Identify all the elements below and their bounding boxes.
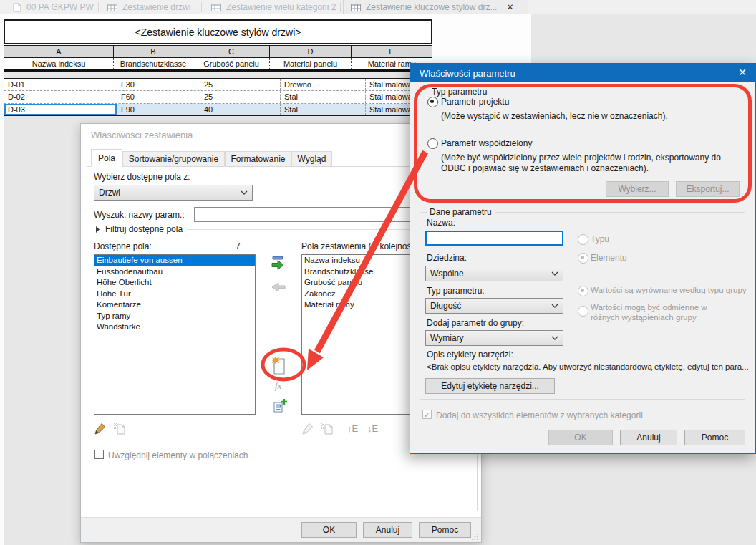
project-parameter-radio[interactable]: [427, 97, 438, 107]
schedule-icon: [211, 4, 221, 11]
cancel-button[interactable]: Anuluj: [620, 430, 677, 445]
ok-button[interactable]: OK: [301, 522, 357, 538]
category-dropdown-value: Drzwi: [99, 188, 120, 198]
chevron-down-icon: [241, 190, 248, 195]
expander-arrow-icon[interactable]: [95, 226, 100, 233]
table-cell[interactable]: 25: [200, 91, 281, 102]
table-cell[interactable]: Stal: [281, 91, 366, 102]
column-letter[interactable]: C: [193, 46, 270, 57]
discipline-label: Dziedzina:: [427, 253, 467, 263]
project-parameter-radio-label[interactable]: Parametr projektu: [441, 97, 509, 107]
values-vary-radio: [578, 306, 588, 317]
edit-field-icon[interactable]: [94, 423, 107, 435]
list-item-selected[interactable]: Einbautiefe von aussen: [94, 255, 255, 266]
filter-fields-expander[interactable]: Filtruj dostępne pola: [105, 224, 183, 234]
tab-pola[interactable]: Pola: [91, 149, 122, 167]
view-tab-schedule-doors[interactable]: Zestawienie drzwi: [100, 0, 199, 14]
tab-separator: [340, 2, 341, 12]
schedule-title-cell[interactable]: <Zestawienie kluczowe stylów drzwi>: [4, 19, 432, 44]
available-fields-label: Dostępne pola:: [94, 241, 152, 251]
column-letter[interactable]: B: [114, 46, 193, 57]
add-to-all-checkbox: ✓: [422, 410, 432, 419]
list-item[interactable]: Fussbodenaufbau: [94, 266, 255, 278]
export-shared-button[interactable]: Eksportuj...: [676, 181, 740, 197]
remove-field-icon: [271, 282, 286, 292]
view-tab-label: Zestawienie kluczowe stylów drz...: [366, 2, 497, 12]
table-cell[interactable]: F30: [117, 79, 200, 90]
project-parameter-description: (Może wystąpić w zestawieniach, lecz nie…: [441, 111, 668, 121]
close-icon[interactable]: ✕: [738, 67, 747, 78]
tab-separator: [98, 2, 99, 12]
table-cell[interactable]: Drewno: [281, 79, 366, 90]
resize-grip[interactable]: [472, 533, 479, 540]
table-cell[interactable]: 25: [200, 79, 281, 90]
schedule-icon: [351, 4, 361, 11]
add-field-icon[interactable]: [270, 256, 286, 270]
include-linked-checkbox-label[interactable]: Uwzględnij elementy w połączeniach: [108, 450, 248, 460]
list-item[interactable]: Wandstärke: [94, 322, 255, 333]
ok-button[interactable]: OK: [548, 430, 613, 445]
combine-parameters-icon[interactable]: [272, 398, 288, 414]
table-cell[interactable]: D-02: [4, 91, 117, 102]
view-tab-label: Zestawienie drzwi: [122, 2, 190, 12]
delete-scheduled-field-icon: [321, 423, 334, 435]
column-header[interactable]: Nazwa indeksu: [4, 58, 114, 69]
help-button[interactable]: Pomoc: [684, 430, 745, 445]
column-letter[interactable]: E: [352, 46, 432, 57]
table-cell[interactable]: F60: [117, 91, 200, 102]
discipline-dropdown-value: Wspólne: [430, 269, 464, 279]
category-dropdown[interactable]: Drzwi: [94, 185, 253, 201]
select-fields-label: Wybierz dostępne pola z:: [94, 172, 190, 182]
list-item[interactable]: Höhe Tür: [94, 289, 255, 300]
new-parameter-icon[interactable]: [271, 356, 289, 375]
tab-sortowanie[interactable]: Sortowanie/grupowanie: [122, 151, 225, 167]
view-tab-label: 00 PA GKPW PW: [26, 2, 94, 12]
select-shared-button[interactable]: Wybierz...: [606, 181, 669, 197]
add-to-group-dropdown-value: Wymiary: [430, 333, 464, 343]
shared-parameter-radio-label[interactable]: Parametr współdzielony: [441, 138, 532, 148]
list-item[interactable]: Komentarze: [94, 299, 255, 311]
tab-formatowanie[interactable]: Formatowanie: [225, 151, 291, 167]
view-tab-multicategory[interactable]: Zestawienie wielu kategorii 2: [204, 0, 339, 14]
table-cell[interactable]: Stal: [281, 104, 366, 115]
view-tab-key-schedule-active[interactable]: Zestawienie kluczowe stylów drz... ✕: [343, 0, 528, 14]
table-row: D-01 F30 25 Drewno Stal malowana: [4, 79, 432, 91]
column-letter[interactable]: A: [4, 46, 114, 57]
list-item[interactable]: Typ ramy: [94, 311, 255, 322]
table-row-selected: D-03 F90 40 Stal Stal malowana: [4, 104, 432, 115]
schedule-icon: [107, 4, 117, 11]
scheduled-fields-label: Pola zestawienia (w kolejności):: [301, 241, 422, 251]
group-label: Dane parametru: [427, 207, 495, 217]
table-cell-selected[interactable]: D-03: [4, 104, 117, 115]
table-cell[interactable]: D-01: [4, 79, 117, 90]
parameter-properties-dialog: Właściwości parametru ✕ Typ parametru Pa…: [410, 63, 756, 454]
add-to-group-dropdown[interactable]: Wymiary: [425, 330, 563, 346]
name-input[interactable]: [425, 231, 563, 246]
cancel-button[interactable]: Anuluj: [363, 522, 412, 538]
list-item[interactable]: Höhe Oberlicht: [94, 277, 255, 289]
edit-tooltip-button[interactable]: Edytuj etykietę narzędzi...: [425, 378, 555, 394]
table-cell[interactable]: F90: [117, 104, 200, 115]
chevron-down-icon: [551, 336, 558, 340]
view-tab-sheet[interactable]: 00 PA GKPW PW: [6, 0, 96, 14]
chevron-down-icon: [551, 304, 558, 308]
help-button[interactable]: Pomoc: [419, 522, 471, 538]
discipline-dropdown[interactable]: Wspólne: [425, 266, 563, 281]
column-header[interactable]: Grubość panelu: [193, 58, 270, 69]
shared-parameter-radio[interactable]: [427, 138, 438, 149]
column-letter[interactable]: D: [270, 46, 352, 57]
chevron-down-icon: [551, 271, 558, 276]
close-tab-icon[interactable]: ✕: [506, 2, 513, 12]
param-type-dropdown[interactable]: Długość: [425, 298, 563, 314]
available-fields-count: 7: [236, 241, 241, 251]
tab-wyglad[interactable]: Wygląd: [291, 151, 332, 167]
dialog-title: Właściwości zestawienia: [91, 130, 193, 140]
include-linked-checkbox[interactable]: [94, 450, 104, 459]
calculated-value-icon[interactable]: fx: [275, 380, 281, 392]
dialog-title: Właściwości parametru: [420, 68, 515, 79]
table-cell[interactable]: 40: [200, 104, 281, 115]
view-tab-label: Zestawienie wielu kategorii 2: [226, 2, 336, 12]
column-header[interactable]: Brandschutzklasse: [114, 58, 193, 69]
column-header[interactable]: Materiał panelu: [270, 58, 352, 69]
dialog-titlebar[interactable]: Właściwości parametru: [410, 64, 755, 82]
